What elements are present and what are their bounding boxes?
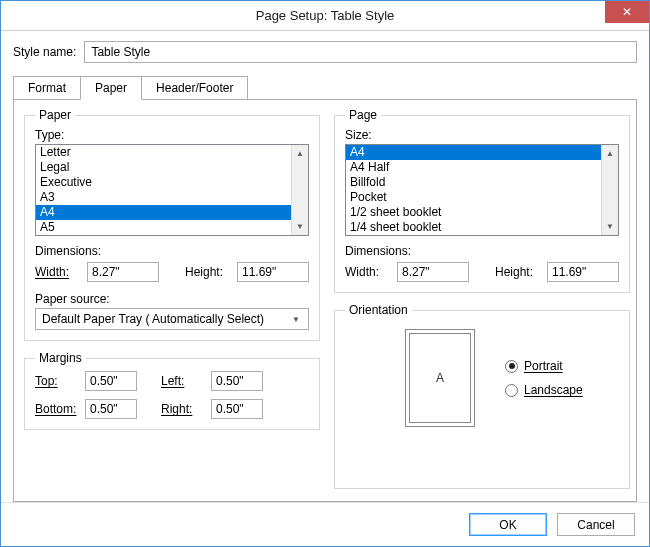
scroll-up-icon[interactable]: ▲ [602,145,618,162]
paper-dimensions-row: Width: Height: [35,262,309,282]
scroll-track[interactable] [602,162,618,218]
ok-button[interactable]: OK [469,513,547,536]
tab-pane-paper: Paper Type: LetterLegalExecutiveA3A4A5 ▲… [13,99,637,502]
list-item[interactable]: Pocket [346,190,601,205]
orientation-portrait-radio[interactable]: Portrait [505,359,583,373]
tab-format[interactable]: Format [13,76,81,100]
margin-bottom-label: Bottom: [35,402,85,416]
titlebar: Page Setup: Table Style ✕ [1,1,649,31]
style-name-label: Style name: [13,45,76,59]
dialog-footer: OK Cancel [1,502,649,546]
page-size-label: Size: [345,128,619,142]
paper-source-value: Default Paper Tray ( Automatically Selec… [42,312,264,326]
list-item[interactable]: 1/2 sheet booklet [346,205,601,220]
chevron-down-icon: ▼ [288,315,304,324]
list-item[interactable]: Letter [36,145,291,160]
orientation-portrait-label: Portrait [524,359,563,373]
page-dimensions-label: Dimensions: [345,244,619,258]
page-preview-letter: A [436,371,444,385]
right-column: Page Size: A4A4 HalfBillfoldPocket1/2 sh… [334,108,630,489]
page-height-input[interactable] [547,262,619,282]
paper-height-label: Height: [185,265,231,279]
scrollbar[interactable]: ▲ ▼ [601,145,618,235]
margin-top-input[interactable] [85,371,137,391]
scroll-up-icon[interactable]: ▲ [292,145,308,162]
scroll-down-icon[interactable]: ▼ [292,218,308,235]
page-dimensions-row: Width: Height: [345,262,619,282]
list-item[interactable]: A5 [36,220,291,235]
list-item[interactable]: Executive [36,175,291,190]
list-item[interactable]: A3 [36,190,291,205]
page-group: Page Size: A4A4 HalfBillfoldPocket1/2 sh… [334,108,630,293]
paper-height-input[interactable] [237,262,309,282]
paper-width-input[interactable] [87,262,159,282]
margin-bottom-input[interactable] [85,399,137,419]
cancel-button[interactable]: Cancel [557,513,635,536]
list-item[interactable]: A4 Half [346,160,601,175]
tab-paper[interactable]: Paper [80,76,142,100]
list-item[interactable]: A4 [346,145,601,160]
margin-right-label: Right: [161,402,211,416]
style-name-input[interactable] [84,41,637,63]
paper-dimensions-label: Dimensions: [35,244,309,258]
radio-icon [505,360,518,373]
page-height-label: Height: [495,265,541,279]
page-preview: A [405,329,475,427]
list-item[interactable]: A4 [36,205,291,220]
close-button[interactable]: ✕ [605,1,649,23]
margin-left-input[interactable] [211,371,263,391]
paper-group: Paper Type: LetterLegalExecutiveA3A4A5 ▲… [24,108,320,341]
list-item[interactable]: 1/4 sheet booklet [346,220,601,235]
radio-icon [505,384,518,397]
orientation-landscape-radio[interactable]: Landscape [505,383,583,397]
paper-source-combo[interactable]: Default Paper Tray ( Automatically Selec… [35,308,309,330]
window-title: Page Setup: Table Style [1,8,649,23]
paper-type-listbox[interactable]: LetterLegalExecutiveA3A4A5 ▲ ▼ [35,144,309,236]
margin-right-input[interactable] [211,399,263,419]
margins-group: Margins Top: Left: Bottom: Right: [24,351,320,430]
orientation-legend: Orientation [345,303,412,317]
scrollbar[interactable]: ▲ ▼ [291,145,308,235]
paper-width-label: Width: [35,265,69,279]
scroll-track[interactable] [292,162,308,218]
list-item[interactable]: Legal [36,160,291,175]
paper-source-label: Paper source: [35,292,309,306]
orientation-group: Orientation A Portrait La [334,303,630,489]
close-icon: ✕ [622,5,632,19]
page-width-label: Width: [345,265,391,279]
dialog-window: Page Setup: Table Style ✕ Style name: Fo… [0,0,650,547]
list-item[interactable]: Billfold [346,175,601,190]
paper-type-label: Type: [35,128,309,142]
margin-top-label: Top: [35,374,85,388]
dialog-content: Style name: Format Paper Header/Footer P… [1,31,649,502]
orientation-landscape-label: Landscape [524,383,583,397]
paper-legend: Paper [35,108,75,122]
page-width-input[interactable] [397,262,469,282]
margin-left-label: Left: [161,374,211,388]
page-size-listbox[interactable]: A4A4 HalfBillfoldPocket1/2 sheet booklet… [345,144,619,236]
tabs: Format Paper Header/Footer [13,75,637,99]
scroll-down-icon[interactable]: ▼ [602,218,618,235]
tab-headerfooter[interactable]: Header/Footer [141,76,248,100]
left-column: Paper Type: LetterLegalExecutiveA3A4A5 ▲… [24,108,320,489]
style-name-row: Style name: [13,41,637,63]
margins-legend: Margins [35,351,86,365]
page-legend: Page [345,108,381,122]
